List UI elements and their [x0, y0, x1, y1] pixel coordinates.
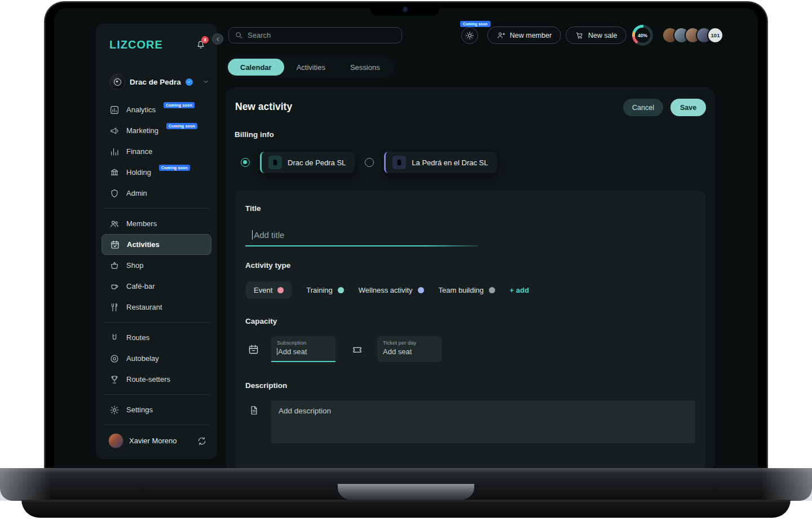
sidebar-item-restaurant[interactable]: Restaurant: [102, 297, 211, 318]
description-input[interactable]: Add description: [271, 400, 695, 443]
occupancy-ring[interactable]: 40%: [632, 25, 653, 46]
tab-activities[interactable]: Activities: [284, 59, 338, 76]
activity-type-training[interactable]: Training: [306, 286, 343, 294]
user-name: Xavier Moreno: [129, 437, 177, 445]
calendar-check-icon: [110, 240, 120, 250]
divider: [104, 322, 209, 323]
laptop-lid-notch: [338, 484, 474, 500]
page-title: New activity: [235, 101, 292, 113]
sidebar: LIZCORE 3 Drac de Pedra Analytics Coming…: [96, 24, 217, 459]
sidebar-nav: Analytics Coming soon Marketing Coming s…: [96, 99, 217, 425]
megaphone-icon: [109, 126, 120, 136]
verified-badge-icon: [186, 78, 193, 86]
bar-chart-icon: [109, 147, 120, 157]
sidebar-collapse-button[interactable]: [212, 33, 223, 45]
app-logo: LIZCORE: [109, 38, 163, 51]
search-input[interactable]: [248, 31, 396, 39]
new-member-button[interactable]: New member: [487, 27, 561, 44]
add-activity-type-button[interactable]: + add: [510, 286, 529, 294]
gym-name: Drac de Pedra: [130, 78, 181, 86]
coming-soon-badge: Coming soon: [164, 102, 195, 108]
sidebar-item-finance[interactable]: Finance: [102, 141, 211, 162]
search-icon: [235, 31, 243, 39]
billing-radio-primary[interactable]: [241, 158, 250, 167]
subscription-seats-input[interactable]: Subscription Add seat: [271, 336, 336, 362]
theme-toggle-button[interactable]: [461, 27, 478, 44]
cancel-button[interactable]: Cancel: [623, 99, 663, 116]
new-activity-panel: New activity Cancel Save Billing info Dr…: [226, 87, 715, 468]
new-sale-button[interactable]: New sale: [566, 27, 626, 44]
sidebar-item-members[interactable]: Members: [102, 213, 211, 234]
title-input-underline: [245, 245, 478, 246]
subscription-calendar-icon: [246, 343, 260, 355]
notification-count-badge: 3: [201, 36, 209, 43]
cutlery-icon: [109, 302, 120, 312]
current-user[interactable]: Xavier Moreno: [108, 433, 207, 448]
activity-form-card: Title Add title Activity type Event Trai…: [235, 191, 705, 468]
chevron-down-icon: [202, 78, 209, 85]
autobelay-device-icon: [109, 354, 120, 364]
save-button[interactable]: Save: [670, 99, 706, 116]
sidebar-item-analytics[interactable]: Analytics Coming soon: [102, 99, 211, 120]
bank-icon: [109, 168, 120, 178]
activity-type-wellness[interactable]: Wellness activity: [359, 286, 424, 294]
carabiner-icon: [109, 333, 120, 343]
checked-in-members[interactable]: 101: [662, 27, 723, 43]
sidebar-item-routes[interactable]: Routes: [102, 327, 211, 348]
gym-avatar: [109, 74, 125, 90]
occupancy-value: 40%: [635, 28, 650, 43]
sidebar-item-activities[interactable]: Activities: [102, 234, 211, 255]
sidebar-item-settings[interactable]: Settings: [102, 399, 211, 420]
activity-type-team-building[interactable]: Team building: [439, 286, 495, 294]
person-plus-icon: [497, 31, 505, 39]
cart-icon: [575, 31, 584, 39]
sidebar-item-marketing[interactable]: Marketing Coming soon: [102, 120, 211, 141]
sidebar-item-shop[interactable]: Shop: [102, 255, 211, 276]
sidebar-item-route-setters[interactable]: Route-setters: [102, 369, 211, 390]
user-avatar: [108, 433, 123, 448]
sun-icon: [465, 31, 474, 40]
trophy-icon: [109, 374, 120, 385]
gear-icon: [109, 405, 120, 415]
search-bar[interactable]: [228, 27, 402, 43]
billing-option-primary[interactable]: Drac de Pedra SL: [260, 152, 355, 173]
camera-notch: [370, 2, 439, 16]
sidebar-item-holding[interactable]: Holding Coming soon: [102, 162, 211, 183]
invoice-icon: [392, 156, 406, 169]
billing-option-secondary[interactable]: La Pedrá en el Drac SL: [384, 152, 497, 173]
team-building-color-dot: [489, 287, 495, 293]
capacity-fields: Subscription Add seat Ticket per day Add…: [246, 336, 442, 362]
camera-icon: [403, 7, 407, 11]
capacity-label: Capacity: [245, 317, 277, 325]
wellness-color-dot: [418, 287, 424, 293]
sidebar-item-admin[interactable]: Admin: [102, 183, 211, 204]
ticket-per-day-seats-input[interactable]: Ticket per day Add seat: [377, 336, 442, 362]
users-icon: [109, 219, 120, 229]
coming-soon-badge: Coming soon: [159, 165, 190, 171]
shield-icon: [109, 188, 120, 199]
tab-sessions[interactable]: Sessions: [338, 59, 392, 76]
billing-radio-secondary[interactable]: [365, 158, 374, 167]
laptop-mockup: LIZCORE 3 Drac de Pedra Analytics Coming…: [0, 0, 812, 520]
title-input[interactable]: Add title: [245, 224, 478, 245]
text-cursor: [277, 348, 277, 355]
notifications-button[interactable]: 3: [196, 39, 206, 50]
coffee-cup-icon: [109, 281, 120, 292]
member-count-badge: 101: [707, 27, 723, 43]
laptop-screen: LIZCORE 3 Drac de Pedra Analytics Coming…: [45, 2, 767, 468]
activity-type-label: Activity type: [245, 261, 290, 270]
text-cursor: [252, 230, 253, 240]
sidebar-item-cafe-bar[interactable]: Café-bar: [102, 276, 211, 297]
analytics-icon: [109, 105, 120, 115]
tab-calendar[interactable]: Calendar: [228, 59, 284, 76]
sidebar-item-autobelay[interactable]: Autobelay: [102, 348, 211, 369]
document-icon: [247, 405, 261, 416]
invoice-icon: [268, 156, 282, 169]
divider: [104, 208, 209, 209]
divider: [104, 394, 209, 395]
view-tabs: Calendar Activities Sessions: [226, 56, 395, 78]
activity-type-event[interactable]: Event: [246, 281, 292, 299]
ticket-icon: [350, 343, 364, 355]
switch-account-icon[interactable]: [197, 436, 207, 446]
gym-profile-selector[interactable]: Drac de Pedra: [109, 74, 209, 90]
